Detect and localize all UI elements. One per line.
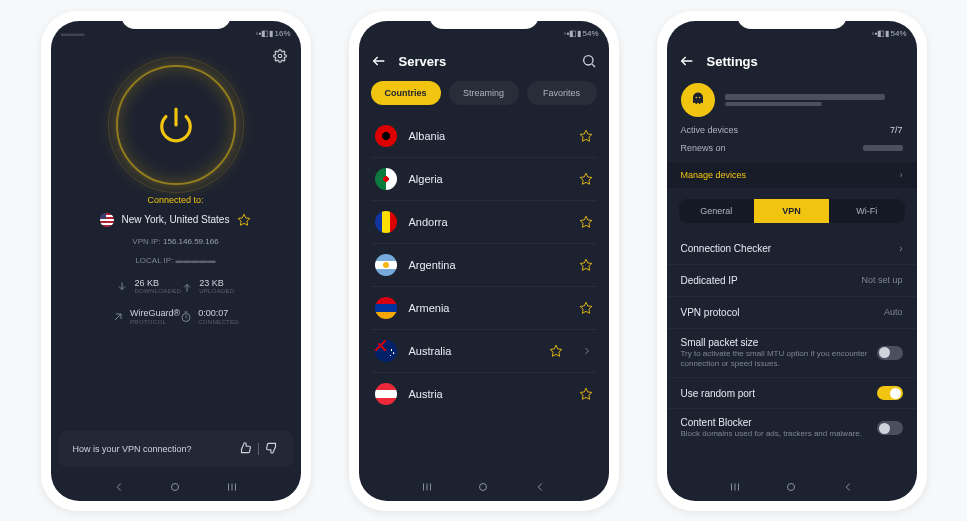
random-port-row: Use random port (667, 378, 917, 409)
download-stat: 26 KBDOWNLOADED (116, 279, 181, 295)
vpn-protocol-row[interactable]: VPN protocol Auto (667, 297, 917, 329)
renews-row: Renews on (667, 139, 917, 157)
favorite-star-icon[interactable] (579, 215, 593, 229)
tab-favorites[interactable]: Favorites (527, 81, 597, 105)
server-row[interactable]: Albania (371, 115, 597, 158)
notch (737, 11, 847, 29)
download-icon (116, 281, 128, 293)
chevron-right-icon: › (899, 243, 902, 254)
connection-checker-row[interactable]: Connection Checker › (667, 233, 917, 265)
home-nav-icon[interactable] (476, 480, 490, 494)
thumbs-down-button[interactable] (238, 441, 252, 457)
home-nav-icon[interactable] (168, 480, 182, 494)
android-navbar (359, 473, 609, 501)
svg-marker-15 (580, 302, 592, 313)
power-button[interactable] (116, 65, 236, 185)
location-text: New York, United States (122, 214, 230, 225)
chevron-right-icon[interactable] (581, 345, 593, 357)
server-row[interactable]: Algeria (371, 158, 597, 201)
feedback-question: How is your VPN connection? (73, 444, 192, 454)
server-row[interactable]: Armenia (371, 287, 597, 330)
svg-point-24 (698, 96, 700, 98)
segment-wifi[interactable]: Wi-Fi (829, 199, 904, 223)
signal-icons: ◦▪◧▮ (564, 29, 582, 38)
protocol-icon (112, 311, 124, 323)
server-row[interactable]: Andorra (371, 201, 597, 244)
flag-icon (375, 168, 397, 190)
android-navbar (667, 473, 917, 501)
favorite-star-icon[interactable] (579, 129, 593, 143)
flag-icon (375, 340, 397, 362)
segment-vpn[interactable]: VPN (754, 199, 829, 223)
vpn-ip-row: VPN IP: 156.146.59.166 (132, 237, 218, 246)
server-row[interactable]: Argentina (371, 244, 597, 287)
dedicated-ip-row[interactable]: Dedicated IP Not set up (667, 265, 917, 297)
signal-icons: ◦▪◧▮ (872, 29, 890, 38)
favorite-star-icon[interactable] (549, 344, 563, 358)
phone-settings: ◦▪◧▮ 54% Settings Active devices7/7 Rene… (657, 11, 927, 511)
location-row[interactable]: New York, United States (100, 213, 252, 227)
favorite-star-icon[interactable] (579, 301, 593, 315)
chevron-right-icon: › (900, 170, 903, 180)
svg-marker-17 (580, 388, 592, 399)
recent-nav-icon[interactable] (728, 480, 742, 494)
svg-point-23 (695, 96, 697, 98)
masked-username (725, 94, 885, 100)
home-nav-icon[interactable] (784, 480, 798, 494)
battery-text: 54% (582, 29, 598, 38)
segment-general[interactable]: General (679, 199, 754, 223)
server-row[interactable]: Austria (371, 373, 597, 415)
svg-point-21 (480, 483, 487, 490)
svg-marker-11 (580, 130, 592, 141)
tab-streaming[interactable]: Streaming (449, 81, 519, 105)
manage-devices-row[interactable]: Manage devices › (667, 161, 917, 189)
search-icon[interactable] (581, 53, 597, 71)
flag-icon (375, 125, 397, 147)
server-list[interactable]: Albania Algeria Andorra Argentina Armeni… (359, 115, 609, 473)
svg-point-0 (278, 54, 282, 58)
masked-email (725, 102, 823, 106)
tab-countries[interactable]: Countries (371, 81, 441, 105)
flag-icon (375, 383, 397, 405)
settings-segments: General VPN Wi-Fi (679, 199, 905, 223)
phone-main: ▬▬▬ ◦▪◧▮ 16% Connected to: New York, Uni… (41, 11, 311, 511)
back-icon[interactable] (371, 53, 387, 71)
small-packet-toggle[interactable] (877, 346, 903, 360)
thumbs-up-button[interactable] (265, 441, 279, 457)
back-nav-icon[interactable] (841, 480, 855, 494)
favorite-star-icon[interactable] (579, 172, 593, 186)
favorite-star-icon[interactable] (237, 213, 251, 227)
back-nav-icon[interactable] (112, 480, 126, 494)
gear-icon[interactable] (273, 49, 287, 63)
server-row[interactable]: Australia (371, 330, 597, 373)
content-blocker-toggle[interactable] (877, 421, 903, 435)
local-ip-row: LOCAL IP: ▬▬▬▬▬ (135, 256, 215, 265)
recent-nav-icon[interactable] (420, 480, 434, 494)
flag-icon (375, 297, 397, 319)
protocol-stat: WireGuard®PROTOCOL (112, 309, 180, 325)
favorite-star-icon[interactable] (579, 387, 593, 401)
clock-icon (180, 311, 192, 323)
random-port-toggle[interactable] (877, 386, 903, 400)
recent-nav-icon[interactable] (225, 480, 239, 494)
power-icon (157, 106, 195, 144)
flag-icon (375, 254, 397, 276)
avatar (681, 83, 715, 117)
page-title: Servers (399, 54, 569, 69)
battery-text: 16% (274, 29, 290, 38)
upload-icon (181, 281, 193, 293)
upload-stat: 23 KBUPLOADED (181, 279, 234, 295)
timer-stat: 0:00:07CONNECTED (180, 309, 239, 325)
divider (258, 443, 259, 455)
server-tabs: Countries Streaming Favorites (359, 75, 609, 115)
svg-point-28 (788, 483, 795, 490)
notch (429, 11, 539, 29)
back-icon[interactable] (679, 53, 695, 71)
favorite-star-icon[interactable] (579, 258, 593, 272)
back-nav-icon[interactable] (533, 480, 547, 494)
battery-text: 54% (890, 29, 906, 38)
svg-marker-13 (580, 216, 592, 227)
svg-point-4 (172, 483, 179, 490)
svg-marker-12 (580, 173, 592, 184)
svg-marker-2 (239, 214, 251, 225)
